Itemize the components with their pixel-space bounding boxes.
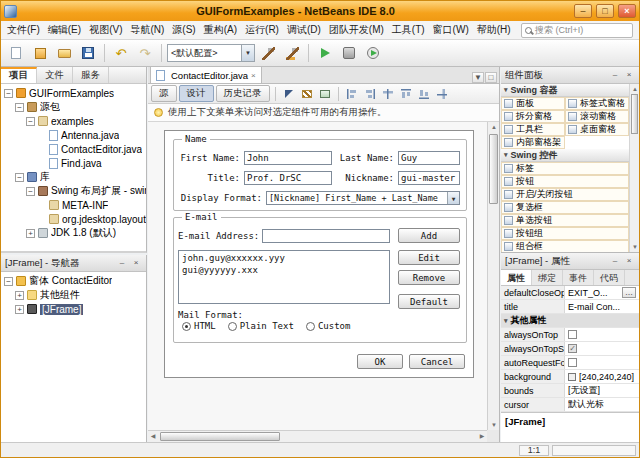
minimize-button[interactable]: – [574, 4, 592, 18]
expander-icon[interactable]: − [26, 187, 35, 196]
cancel-button[interactable]: Cancel [409, 354, 465, 369]
name-panel[interactable]: Name First Name: John Last Name: Guy Tit… [173, 139, 467, 211]
menu-item[interactable]: 窗口(W) [429, 21, 473, 39]
palette-item[interactable]: 标签式窗格 [565, 97, 629, 110]
add-button[interactable]: Add [398, 228, 460, 243]
checkbox-icon[interactable] [568, 330, 577, 339]
expander-icon[interactable]: − [4, 89, 13, 98]
properties-header[interactable]: [JFrame] - 属性 – × [501, 253, 639, 270]
project-tree-item[interactable]: −Find.java [1, 156, 146, 170]
editor-view-button[interactable]: 历史记录 [216, 85, 270, 102]
expander-icon[interactable]: + [15, 305, 24, 314]
mail-format-radio[interactable]: Custom [306, 321, 351, 331]
debug-project-button[interactable] [338, 42, 360, 64]
scroll-left-icon[interactable]: ◀ [148, 431, 158, 441]
vertical-scrollbar[interactable]: ▲ ▼ [487, 122, 499, 430]
profile-project-button[interactable] [362, 42, 384, 64]
property-value[interactable]: ✓ [565, 342, 639, 355]
scroll-up-icon[interactable]: ▲ [630, 84, 639, 94]
property-value[interactable]: EXIT_O...… [565, 286, 639, 299]
navigator-header[interactable]: [JFrame] - 导航器 – × [1, 255, 146, 272]
close-button[interactable]: × [618, 4, 636, 18]
mail-format-radio[interactable]: Plain Text [228, 321, 294, 331]
property-row[interactable]: autoRequestFocus [501, 356, 639, 370]
palette-item[interactable]: 单选按钮 [501, 214, 629, 227]
build-project-button[interactable] [257, 42, 279, 64]
selection-mode-button[interactable] [281, 86, 297, 102]
align-bottom-button[interactable] [416, 86, 432, 102]
expander-icon[interactable]: + [26, 229, 35, 238]
property-value[interactable]: [无设置] [565, 384, 639, 397]
scrollbar-thumb[interactable] [631, 94, 638, 134]
project-tree-item[interactable]: −Swing 布局扩展 - swing-l... [1, 184, 146, 198]
palette-item[interactable]: 组合框 [501, 240, 629, 252]
project-tree-item[interactable]: −GUIFormExamples [1, 86, 146, 100]
search-input[interactable]: 搜索 (Ctrl+I) [521, 23, 633, 38]
expander-icon[interactable]: − [15, 173, 24, 182]
connection-mode-button[interactable] [299, 86, 315, 102]
navigator-tree-item[interactable]: +其他组件 [1, 288, 146, 302]
explorer-tab[interactable]: 项目 [1, 67, 37, 83]
title-field[interactable]: Prof. DrSC [244, 171, 332, 185]
align-top-button[interactable] [398, 86, 414, 102]
property-row[interactable]: titleE-mail Con... [501, 300, 639, 314]
property-row[interactable]: bounds[无设置] [501, 384, 639, 398]
palette-item[interactable]: 桌面窗格 [565, 123, 629, 136]
palette-item[interactable]: 复选框 [501, 201, 629, 214]
menu-item[interactable]: 视图(V) [85, 21, 126, 39]
ellipsis-button[interactable]: … [622, 287, 636, 298]
preview-design-button[interactable] [317, 86, 333, 102]
palette-item[interactable]: 滚动窗格 [565, 110, 629, 123]
scrollbar-thumb[interactable] [489, 134, 498, 204]
palette-item[interactable]: 内部窗格架 [501, 136, 565, 149]
property-row[interactable]: cursor默认光标 [501, 398, 639, 412]
property-value[interactable] [565, 356, 639, 369]
property-value[interactable]: [240,240,240] [565, 370, 639, 383]
expander-icon[interactable]: − [4, 277, 13, 286]
minimize-window-icon[interactable]: – [609, 256, 621, 267]
align-right-button[interactable] [362, 86, 378, 102]
horizontal-scrollbar[interactable]: ◀ ▶ [148, 430, 487, 442]
last-name-field[interactable]: Guy [398, 151, 460, 165]
remove-button[interactable]: Remove [398, 270, 460, 285]
scroll-right-icon[interactable]: ▶ [477, 431, 487, 441]
property-row[interactable]: defaultCloseOperEXIT_O...… [501, 286, 639, 300]
property-row[interactable]: background[240,240,240] [501, 370, 639, 384]
first-name-field[interactable]: John [244, 151, 332, 165]
palette-scrollbar[interactable]: ▲ ▼ [629, 84, 639, 252]
palette-item[interactable]: 面板 [501, 97, 565, 110]
property-value[interactable] [565, 328, 639, 341]
explorer-tab[interactable]: 文件 [37, 67, 73, 83]
menu-item[interactable]: 团队开发(M) [325, 21, 388, 39]
menu-item[interactable]: 重构(A) [200, 21, 241, 39]
properties-tab[interactable]: 事件 [563, 270, 594, 285]
palette-item[interactable]: 开启/关闭按钮 [501, 188, 629, 201]
menu-item[interactable]: 导航(N) [126, 21, 168, 39]
properties-tab[interactable]: 绑定 [532, 270, 563, 285]
nickname-field[interactable]: gui-master [398, 171, 460, 185]
palette-item[interactable]: 按钮 [501, 175, 629, 188]
checkbox-icon[interactable] [568, 358, 577, 367]
align-left-button[interactable] [344, 86, 360, 102]
new-file-button[interactable] [5, 42, 27, 64]
checkbox-icon[interactable]: ✓ [568, 344, 577, 353]
undo-button[interactable]: ↶ [110, 42, 132, 64]
menu-item[interactable]: 帮助(H) [473, 21, 515, 39]
scroll-down-icon[interactable]: ▼ [630, 242, 639, 252]
palette-item[interactable]: 按钮组 [501, 227, 629, 240]
mail-format-radio[interactable]: HTML [182, 321, 216, 331]
palette-section-header[interactable]: ▾Swing 容器 [501, 84, 629, 97]
navigator-tree-item[interactable]: −窗体 ContactEditor [1, 274, 146, 288]
redo-button[interactable]: ↷ [134, 42, 156, 64]
configuration-select[interactable]: <默认配置> ▼ [167, 44, 255, 62]
menu-item[interactable]: 文件(F) [3, 21, 44, 39]
property-section-header[interactable]: ▾其他属性 [501, 314, 639, 328]
project-tree-item[interactable]: −源包 [1, 100, 146, 114]
tab-list-button[interactable]: ▼ [472, 72, 484, 83]
project-tree-item[interactable]: −ContactEditor.java [1, 142, 146, 156]
maximize-editor-button[interactable]: □ [485, 72, 497, 83]
explorer-tab[interactable]: 服务 [73, 67, 109, 83]
run-project-button[interactable] [314, 42, 336, 64]
maximize-button[interactable]: □ [596, 4, 614, 18]
editor-tab[interactable]: ContactEditor.java × [150, 66, 262, 83]
